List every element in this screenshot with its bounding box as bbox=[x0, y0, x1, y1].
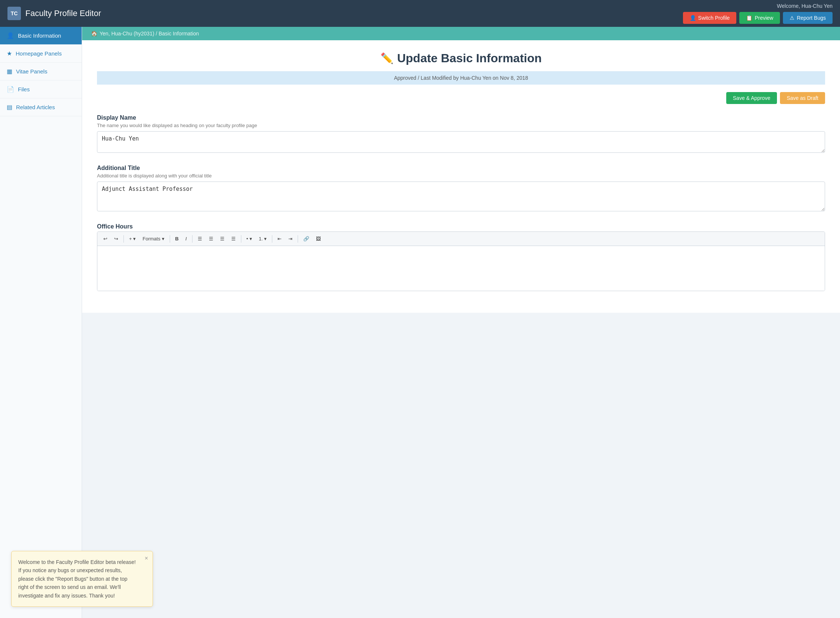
rte-container: ↩ ↪ + ▾ Formats ▾ B I ☰ ☰ ☰ ☰ bbox=[97, 232, 825, 291]
toast-message: Welcome to the Faculty Profile Editor be… bbox=[18, 559, 136, 599]
office-hours-section: Office Hours ↩ ↪ + ▾ Formats ▾ B I ☰ ☰ bbox=[97, 223, 825, 291]
breadcrumb: 🏠 Yen, Hua-Chu (hy2031) / Basic Informat… bbox=[82, 27, 840, 40]
header-buttons: 👤 Switch Profile 📋 Preview ⚠ Report Bugs bbox=[683, 12, 833, 24]
office-hours-editor[interactable] bbox=[97, 246, 825, 291]
redo-button[interactable]: ↪ bbox=[111, 234, 121, 244]
status-bar: Approved / Last Modified by Hua-Chu Yen … bbox=[97, 71, 825, 85]
align-left-button[interactable]: ☰ bbox=[195, 234, 205, 244]
toolbar-divider-2 bbox=[170, 235, 170, 243]
content-area: ✏️ Update Basic Information Approved / L… bbox=[82, 40, 840, 313]
preview-icon: 📋 bbox=[746, 15, 752, 21]
align-center-button[interactable]: ☰ bbox=[206, 234, 216, 244]
sidebar-item-homepage-panels[interactable]: ★ Homepage Panels bbox=[0, 45, 82, 62]
num-list-button[interactable]: 1. ▾ bbox=[256, 234, 270, 244]
list-icon: ▤ bbox=[7, 104, 12, 111]
toolbar-divider-3 bbox=[192, 235, 192, 243]
header-right: Welcome, Hua-Chu Yen 👤 Switch Profile 📋 … bbox=[683, 3, 833, 24]
align-right-button[interactable]: ☰ bbox=[217, 234, 228, 244]
header-left: TC Faculty Profile Editor bbox=[7, 7, 101, 20]
page-title: ✏️ Update Basic Information bbox=[97, 52, 825, 65]
main-layout: 👤 Basic Information ★ Homepage Panels ▦ … bbox=[0, 27, 840, 618]
indent-less-button[interactable]: ⇤ bbox=[274, 234, 284, 244]
display-name-input[interactable] bbox=[97, 131, 825, 153]
toolbar-divider-5 bbox=[272, 235, 272, 243]
action-buttons: Save & Approve Save as Draft bbox=[97, 92, 825, 104]
save-approve-button[interactable]: Save & Approve bbox=[726, 92, 777, 104]
app-title: Faculty Profile Editor bbox=[25, 9, 101, 18]
link-button[interactable]: 🔗 bbox=[300, 234, 312, 244]
rte-toolbar: ↩ ↪ + ▾ Formats ▾ B I ☰ ☰ ☰ ☰ bbox=[97, 232, 825, 246]
warning-icon: ⚠ bbox=[789, 15, 794, 21]
display-name-label: Display Name bbox=[97, 114, 825, 121]
main-content: 🏠 Yen, Hua-Chu (hy2031) / Basic Informat… bbox=[82, 27, 840, 618]
app-header: TC Faculty Profile Editor Welcome, Hua-C… bbox=[0, 0, 840, 27]
save-draft-button[interactable]: Save as Draft bbox=[780, 92, 825, 104]
tc-logo: TC bbox=[7, 7, 21, 20]
report-bugs-button[interactable]: ⚠ Report Bugs bbox=[783, 12, 833, 24]
sidebar-item-label: Related Articles bbox=[16, 104, 55, 110]
home-icon: 🏠 bbox=[91, 31, 97, 37]
undo-button[interactable]: ↩ bbox=[100, 234, 110, 244]
justify-button[interactable]: ☰ bbox=[228, 234, 239, 244]
toolbar-divider-4 bbox=[241, 235, 241, 243]
sidebar-item-label: Basic Information bbox=[18, 33, 61, 39]
sidebar-item-label: Files bbox=[18, 86, 30, 92]
add-button[interactable]: + ▾ bbox=[126, 234, 139, 244]
toolbar-divider-1 bbox=[124, 235, 124, 243]
grid-icon: ▦ bbox=[7, 68, 12, 75]
italic-button[interactable]: I bbox=[182, 234, 190, 244]
sidebar-item-basic-information[interactable]: 👤 Basic Information bbox=[0, 27, 82, 45]
display-name-hint: The name you would like displayed as hea… bbox=[97, 123, 825, 128]
additional-title-label: Additional Title bbox=[97, 165, 825, 171]
sidebar: 👤 Basic Information ★ Homepage Panels ▦ … bbox=[0, 27, 82, 618]
bold-button[interactable]: B bbox=[172, 234, 182, 244]
sidebar-item-label: Homepage Panels bbox=[16, 51, 61, 56]
sidebar-item-related-articles[interactable]: ▤ Related Articles bbox=[0, 98, 82, 116]
additional-title-input[interactable] bbox=[97, 181, 825, 211]
image-button[interactable]: 🖼 bbox=[313, 234, 324, 244]
edit-icon: ✏️ bbox=[380, 52, 393, 64]
user-icon: 👤 bbox=[7, 32, 14, 39]
toast-close-button[interactable]: × bbox=[145, 555, 148, 562]
indent-more-button[interactable]: ⇥ bbox=[285, 234, 295, 244]
formats-button[interactable]: Formats ▾ bbox=[140, 234, 167, 244]
preview-button[interactable]: 📋 Preview bbox=[739, 12, 780, 24]
welcome-text: Welcome, Hua-Chu Yen bbox=[777, 3, 833, 9]
sidebar-item-label: Vitae Panels bbox=[16, 68, 48, 74]
office-hours-label: Office Hours bbox=[97, 223, 825, 230]
bullet-list-button[interactable]: • ▾ bbox=[244, 234, 255, 244]
additional-title-section: Additional Title Additional title is dis… bbox=[97, 165, 825, 213]
breadcrumb-path: Yen, Hua-Chu (hy2031) / Basic Informatio… bbox=[100, 31, 199, 37]
file-icon: 📄 bbox=[7, 86, 14, 93]
display-name-section: Display Name The name you would like dis… bbox=[97, 114, 825, 154]
sidebar-item-files[interactable]: 📄 Files bbox=[0, 80, 82, 98]
additional-title-hint: Additional title is displayed along with… bbox=[97, 173, 825, 178]
toolbar-divider-6 bbox=[298, 235, 298, 243]
user-icon: 👤 bbox=[690, 15, 696, 21]
star-icon: ★ bbox=[7, 50, 12, 57]
toast-notification: × Welcome to the Faculty Profile Editor … bbox=[11, 551, 153, 607]
sidebar-item-vitae-panels[interactable]: ▦ Vitae Panels bbox=[0, 62, 82, 80]
switch-profile-button[interactable]: 👤 Switch Profile bbox=[683, 12, 737, 24]
